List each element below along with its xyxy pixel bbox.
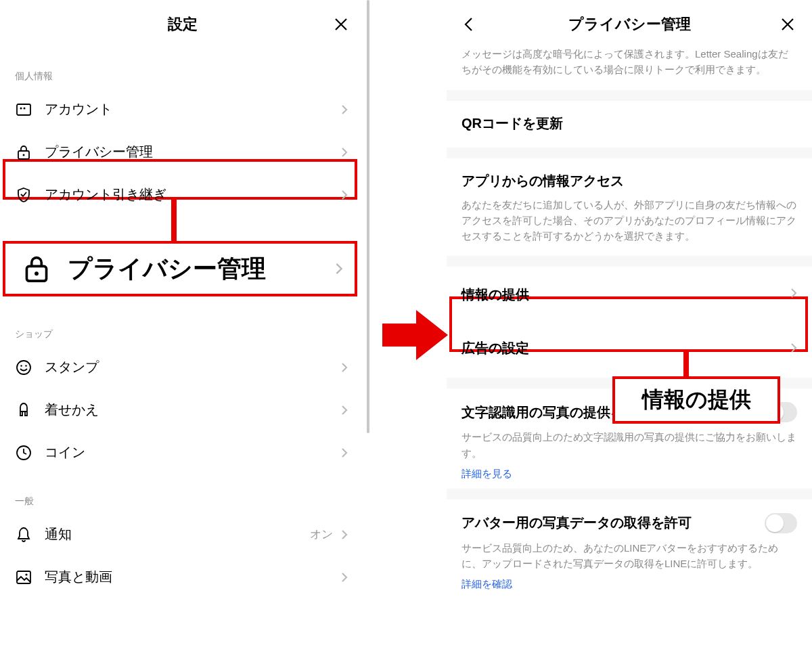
shield-icon (15, 186, 32, 204)
row-account-transfer[interactable]: アカウント引き継ぎ (0, 173, 365, 216)
row-label: アプリからの情報アクセス (461, 172, 797, 190)
settings-screen: 設定 個人情報 アカウント プライバシー管理 アカウン (0, 0, 365, 666)
annotation-callout: 情報の提供 (612, 376, 780, 424)
back-button[interactable] (459, 15, 478, 34)
coin-icon (15, 444, 32, 462)
scrollbar[interactable] (367, 0, 369, 433)
header: 設定 (0, 0, 365, 49)
row-label: アカウント (45, 100, 338, 118)
row-label: QRコードを更新 (461, 114, 797, 133)
row-label: 広告の設定 (461, 339, 797, 357)
close-icon (780, 17, 795, 32)
avatar-details-link[interactable]: 詳細を確認 (447, 575, 812, 599)
row-label: 着せかえ (45, 401, 338, 419)
chevron-right-icon (788, 287, 800, 299)
lock-icon (20, 252, 53, 285)
svg-point-7 (17, 361, 30, 374)
chevron-right-icon (338, 447, 351, 459)
svg-point-2 (24, 107, 26, 109)
close-button[interactable] (332, 15, 351, 34)
row-app-access[interactable]: アプリからの情報アクセス (447, 158, 812, 197)
chevron-right-icon (338, 361, 351, 374)
row-label: プライバシー管理 (45, 143, 338, 161)
row-label: アカウント引き継ぎ (45, 185, 338, 204)
chevron-left-icon (464, 17, 473, 32)
row-photo-video[interactable]: 写真と動画 (0, 556, 365, 598)
toggle-knob (766, 514, 784, 532)
svg-point-1 (20, 107, 22, 109)
letter-sealing-desc: メッセージは高度な暗号化によって保護されます。Letter Sealingは友だ… (447, 46, 812, 90)
arrow-icon (379, 298, 453, 372)
row-ad-settings[interactable]: 広告の設定 (447, 323, 812, 374)
svg-point-9 (25, 365, 26, 366)
svg-rect-11 (17, 571, 30, 583)
annotation-connector (171, 200, 177, 243)
ocr-desc: サービスの品質向上のため文字認識用の写真の提供にご協力をお願いします。 (447, 429, 812, 465)
row-label: スタンプ (45, 358, 338, 376)
section-label-general: 一般 (0, 474, 365, 513)
divider (447, 148, 812, 158)
chevron-right-icon (338, 146, 351, 158)
row-account[interactable]: アカウント (0, 88, 365, 131)
row-stamp[interactable]: スタンプ (0, 346, 365, 388)
chevron-right-icon (338, 404, 351, 416)
avatar-desc: サービス品質向上のため、あなたのLINEアバターをおすすめするために、アップロー… (447, 540, 812, 576)
app-access-desc: あなたを友だちに追加している人が、外部アプリに自身の友だち情報へのアクセスを許可… (447, 197, 812, 257)
divider (447, 256, 812, 267)
ocr-details-link[interactable]: 詳細を見る (447, 465, 812, 489)
privacy-screen: プライバシー管理 メッセージは高度な暗号化によって保護されます。Letter S… (447, 0, 812, 666)
row-label: 通知 (45, 525, 310, 543)
header: プライバシー管理 (447, 0, 812, 49)
svg-point-8 (20, 365, 22, 366)
chevron-right-icon (338, 189, 351, 201)
divider (447, 489, 812, 500)
svg-rect-0 (17, 104, 30, 115)
chevron-right-icon (338, 104, 351, 116)
row-notification[interactable]: 通知 オン (0, 513, 365, 556)
chevron-right-icon (788, 342, 800, 354)
row-label: コイン (45, 443, 338, 462)
close-button[interactable] (778, 15, 797, 34)
row-theme[interactable]: 着せかえ (0, 388, 365, 431)
page-title: プライバシー管理 (568, 14, 691, 35)
bell-icon (15, 526, 32, 543)
page-title: 設定 (168, 14, 198, 35)
callout-text: プライバシー管理 (68, 252, 266, 286)
section-label-personal: 個人情報 (0, 49, 365, 88)
divider (447, 90, 812, 101)
row-label: 情報の提供 (461, 286, 797, 304)
row-avatar-toggle[interactable]: アバター用の写真データの取得を許可 (447, 500, 812, 540)
chevron-right-icon (338, 529, 351, 541)
theme-icon (15, 401, 32, 419)
callout-text: 情報の提供 (627, 378, 766, 422)
annotation-connector (683, 352, 689, 379)
close-icon (334, 17, 348, 32)
annotation-callout: プライバシー管理 (3, 241, 357, 296)
row-info-provision[interactable]: 情報の提供 (447, 267, 812, 323)
row-qr-update[interactable]: QRコードを更新 (447, 101, 812, 148)
section-label-shop: ショップ (0, 307, 365, 346)
chevron-right-icon (338, 571, 351, 583)
svg-point-6 (35, 271, 39, 275)
row-coin[interactable]: コイン (0, 431, 365, 474)
account-icon (15, 101, 32, 118)
chevron-right-icon (333, 263, 345, 275)
row-privacy[interactable]: プライバシー管理 (0, 131, 365, 173)
svg-point-12 (25, 573, 27, 575)
row-value: オン (310, 527, 333, 542)
row-label: 写真と動画 (45, 568, 338, 586)
toggle-avatar[interactable] (765, 513, 797, 533)
lock-icon (15, 143, 32, 161)
photo-icon (15, 569, 32, 586)
smiley-icon (15, 359, 32, 376)
svg-point-4 (23, 154, 25, 156)
row-label: アバター用の写真データの取得を許可 (461, 514, 692, 532)
